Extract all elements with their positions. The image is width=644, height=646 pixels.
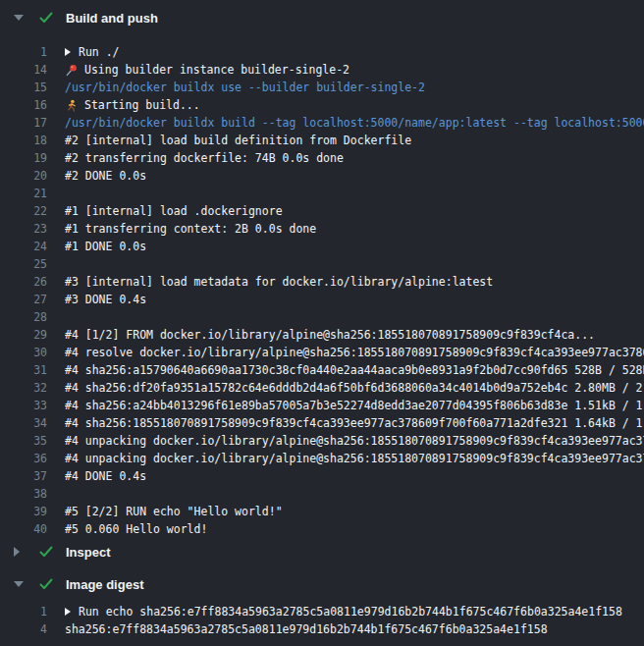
line-number[interactable]: 38	[0, 487, 47, 501]
section-log-body: 1Run echo sha256:e7ff8834a5963a2785c5a08…	[0, 603, 644, 638]
log-line[interactable]: 28	[0, 308, 644, 326]
line-content: Run ./	[65, 45, 644, 59]
log-text: #4 unpacking docker.io/library/alpine@sh…	[65, 452, 644, 465]
section-title: Image digest	[66, 577, 143, 592]
line-content: #4 [1/2] FROM docker.io/library/alpine@s…	[65, 328, 644, 342]
line-number[interactable]: 27	[0, 293, 47, 306]
line-content: #3 [internal] load metadata for docker.i…	[65, 275, 644, 289]
line-content: #4 resolve docker.io/library/alpine@sha2…	[65, 346, 644, 359]
log-line[interactable]: 39#5 [2/2] RUN echo "Hello world!"	[0, 503, 644, 520]
log-line[interactable]: 29#4 [1/2] FROM docker.io/library/alpine…	[0, 326, 644, 344]
line-number[interactable]: 26	[0, 275, 47, 289]
line-number[interactable]: 4	[0, 622, 47, 636]
log-line[interactable]: 38	[0, 485, 644, 503]
log-line[interactable]: 20#2 DONE 0.0s	[0, 167, 644, 185]
log-text: Run echo sha256:e7ff8834a5963a2785c5a081…	[79, 605, 622, 619]
log-line[interactable]: 14Using builder instance builder-single-…	[0, 61, 644, 79]
log-section-image-digest: Image digest1Run echo sha256:e7ff8834a59…	[0, 574, 644, 638]
line-number[interactable]: 32	[0, 381, 47, 395]
log-line[interactable]: 1Run ./	[0, 43, 644, 61]
line-content: Using builder instance builder-single-2	[65, 63, 644, 77]
check-success-icon	[39, 12, 53, 24]
log-text: Using builder instance builder-single-2	[84, 63, 349, 77]
run-chevron-icon[interactable]	[65, 608, 71, 616]
line-number[interactable]: 40	[0, 522, 47, 536]
check-success-icon	[39, 578, 53, 590]
run-chevron-icon[interactable]	[65, 48, 71, 56]
log-text: #2 DONE 0.0s	[65, 169, 146, 183]
line-content: Run echo sha256:e7ff8834a5963a2785c5a081…	[65, 605, 644, 619]
triangle-right-icon[interactable]	[14, 547, 26, 557]
line-number[interactable]: 23	[0, 222, 47, 236]
line-number[interactable]: 24	[0, 240, 47, 253]
log-line[interactable]: 22#1 [internal] load .dockerignore	[0, 202, 644, 220]
log-line[interactable]: 27#3 DONE 0.4s	[0, 291, 644, 308]
line-number[interactable]: 1	[0, 605, 47, 619]
log-line[interactable]: 36#4 unpacking docker.io/library/alpine@…	[0, 450, 644, 467]
log-line[interactable]: 40#5 0.060 Hello world!	[0, 520, 644, 538]
line-content: #1 DONE 0.0s	[65, 240, 644, 253]
log-text: #4 sha256:a15790640a6690aa1730c38cf0a440…	[65, 363, 644, 377]
log-line[interactable]: 15/usr/bin/docker buildx use --builder b…	[0, 79, 644, 96]
line-number[interactable]: 20	[0, 169, 47, 183]
line-content: /usr/bin/docker buildx use --builder bui…	[65, 81, 644, 94]
section-header-build-and-push[interactable]: Build and push	[0, 8, 644, 27]
log-line[interactable]: 26#3 [internal] load metadata for docker…	[0, 273, 644, 291]
log-line[interactable]: 34#4 sha256:185518070891758909c9f839cf4c…	[0, 414, 644, 432]
line-number[interactable]: 16	[0, 98, 47, 112]
line-number[interactable]: 28	[0, 310, 47, 324]
line-number[interactable]: 25	[0, 257, 47, 271]
line-number[interactable]: 18	[0, 134, 47, 147]
line-number[interactable]: 34	[0, 416, 47, 430]
line-content: #4 sha256:185518070891758909c9f839cf4ca3…	[65, 416, 644, 430]
log-text: #4 sha256:df20fa9351a15782c64e6dddb2d4a6…	[65, 381, 644, 395]
triangle-down-icon[interactable]	[14, 581, 26, 587]
log-line[interactable]: 31#4 sha256:a15790640a6690aa1730c38cf0a4…	[0, 361, 644, 379]
log-line[interactable]: 17/usr/bin/docker buildx build --tag loc…	[0, 114, 644, 132]
line-number[interactable]: 22	[0, 204, 47, 218]
line-number[interactable]: 39	[0, 505, 47, 518]
log-text: #3 DONE 0.4s	[65, 293, 146, 306]
log-line[interactable]: 18#2 [internal] load build definition fr…	[0, 132, 644, 149]
line-number[interactable]: 37	[0, 469, 47, 483]
log-line[interactable]: 24#1 DONE 0.0s	[0, 238, 644, 255]
log-line[interactable]: 1Run echo sha256:e7ff8834a5963a2785c5a08…	[0, 603, 644, 620]
line-content: sha256:e7ff8834a5963a2785c5a0811e979d16b…	[65, 622, 644, 636]
log-text: #4 DONE 0.4s	[65, 469, 146, 483]
section-title: Inspect	[66, 545, 111, 560]
line-content: #4 sha256:a24bb4013296f61e89ba57005a7b3e…	[65, 399, 644, 412]
line-number[interactable]: 19	[0, 151, 47, 165]
line-number[interactable]: 30	[0, 346, 47, 359]
line-number[interactable]: 31	[0, 363, 47, 377]
log-line[interactable]: 30#4 resolve docker.io/library/alpine@sh…	[0, 344, 644, 361]
log-line[interactable]: 32#4 sha256:df20fa9351a15782c64e6dddb2d4…	[0, 379, 644, 397]
log-line[interactable]: 21	[0, 185, 644, 202]
line-number[interactable]: 15	[0, 81, 47, 94]
triangle-down-icon[interactable]	[14, 15, 26, 21]
line-number[interactable]: 36	[0, 452, 47, 465]
log-line[interactable]: 4sha256:e7ff8834a5963a2785c5a0811e979d16…	[0, 620, 644, 638]
line-content: #2 transferring dockerfile: 74B 0.0s don…	[65, 151, 644, 165]
line-number[interactable]: 29	[0, 328, 47, 342]
log-line[interactable]: 25	[0, 255, 644, 273]
log-line[interactable]: 33#4 sha256:a24bb4013296f61e89ba57005a7b…	[0, 397, 644, 414]
section-header-image-digest[interactable]: Image digest	[0, 574, 644, 594]
log-text: #1 DONE 0.0s	[65, 240, 146, 253]
log-line[interactable]: 16Starting build...	[0, 96, 644, 114]
log-text: #2 [internal] load build definition from…	[65, 134, 411, 147]
log-line[interactable]: 35#4 unpacking docker.io/library/alpine@…	[0, 432, 644, 450]
line-number[interactable]: 17	[0, 116, 47, 130]
line-content: #2 [internal] load build definition from…	[65, 134, 644, 147]
line-number[interactable]: 33	[0, 399, 47, 412]
log-line[interactable]: 19#2 transferring dockerfile: 74B 0.0s d…	[0, 149, 644, 167]
line-number[interactable]: 35	[0, 434, 47, 448]
section-header-inspect[interactable]: Inspect	[0, 542, 644, 562]
log-line[interactable]: 23#1 transferring context: 2B 0.0s done	[0, 220, 644, 238]
log-text: #3 [internal] load metadata for docker.i…	[65, 275, 493, 289]
log-line[interactable]: 37#4 DONE 0.4s	[0, 467, 644, 485]
line-number[interactable]: 21	[0, 187, 47, 200]
line-content: #4 sha256:df20fa9351a15782c64e6dddb2d4a6…	[65, 381, 644, 395]
line-number[interactable]: 1	[0, 45, 47, 59]
log-text: #4 resolve docker.io/library/alpine@sha2…	[65, 346, 644, 359]
line-number[interactable]: 14	[0, 63, 47, 77]
